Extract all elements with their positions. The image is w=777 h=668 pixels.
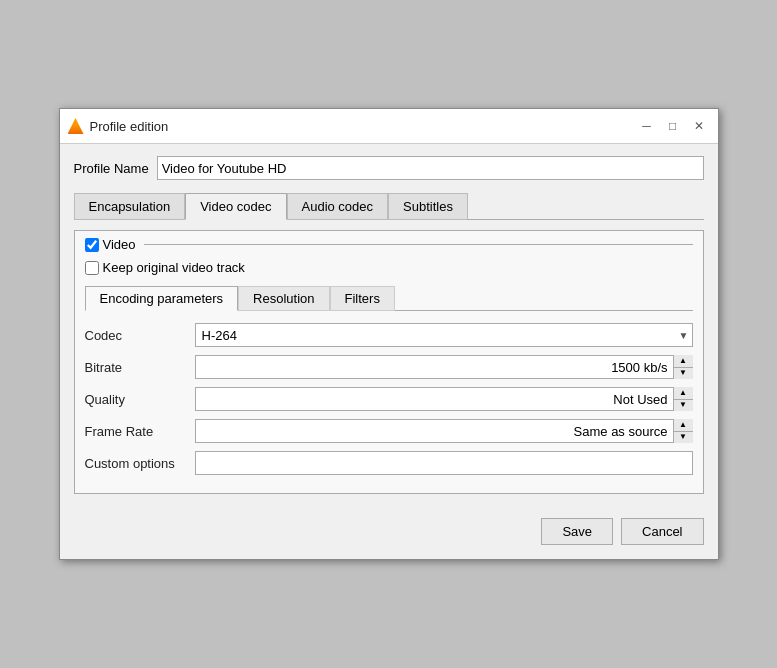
keep-track-checkbox[interactable] [85,261,99,275]
title-bar-controls: ─ □ ✕ [636,115,710,137]
video-section-header: Video [85,237,693,252]
quality-wrapper: ▲ ▼ [195,387,693,411]
custom-options-row: Custom options [85,451,693,475]
profile-name-row: Profile Name [74,156,704,180]
bitrate-down-button[interactable]: ▼ [674,368,693,380]
tab-subtitles[interactable]: Subtitles [388,193,468,220]
sub-tab-resolution[interactable]: Resolution [238,286,329,311]
framerate-down-button[interactable]: ▼ [674,432,693,444]
codec-select[interactable]: H-264 H-265 MPEG-4 MPEG-2 VP9 VP8 [195,323,693,347]
tab-encapsulation[interactable]: Encapsulation [74,193,186,220]
quality-up-button[interactable]: ▲ [674,387,693,400]
custom-options-label: Custom options [85,456,195,471]
vlc-icon [68,118,84,134]
profile-name-input[interactable] [157,156,704,180]
quality-spinbox-btns: ▲ ▼ [673,387,693,411]
framerate-label: Frame Rate [85,424,195,439]
bitrate-wrapper: ▲ ▼ [195,355,693,379]
codec-row: Codec H-264 H-265 MPEG-4 MPEG-2 VP9 VP8 … [85,323,693,347]
minimize-button[interactable]: ─ [636,115,658,137]
video-section: Video Keep original video track Encoding… [74,230,704,494]
close-button[interactable]: ✕ [688,115,710,137]
bitrate-row: Bitrate ▲ ▼ [85,355,693,379]
sub-tab-encoding[interactable]: Encoding parameters [85,286,239,311]
bitrate-spinbox-btns: ▲ ▼ [673,355,693,379]
main-tabs: Encapsulation Video codec Audio codec Su… [74,192,704,220]
custom-options-input[interactable] [195,451,693,475]
title-bar: Profile edition ─ □ ✕ [60,109,718,144]
framerate-wrapper: ▲ ▼ [195,419,693,443]
video-checkbox[interactable] [85,238,99,252]
sub-tab-filters[interactable]: Filters [330,286,395,311]
framerate-row: Frame Rate ▲ ▼ [85,419,693,443]
dialog-body: Profile Name Encapsulation Video codec A… [60,144,718,508]
framerate-up-button[interactable]: ▲ [674,419,693,432]
custom-options-wrapper [195,451,693,475]
framerate-input[interactable] [195,419,693,443]
section-divider [144,244,693,245]
sub-tabs: Encoding parameters Resolution Filters [85,285,693,311]
save-button[interactable]: Save [541,518,613,545]
tab-video-codec[interactable]: Video codec [185,193,286,220]
codec-wrapper: H-264 H-265 MPEG-4 MPEG-2 VP9 VP8 ▼ [195,323,693,347]
quality-row: Quality ▲ ▼ [85,387,693,411]
bitrate-up-button[interactable]: ▲ [674,355,693,368]
keep-track-label: Keep original video track [103,260,245,275]
quality-down-button[interactable]: ▼ [674,400,693,412]
dialog-footer: Save Cancel [60,508,718,559]
bitrate-input[interactable] [195,355,693,379]
keep-track-row: Keep original video track [85,260,693,275]
video-label: Video [103,237,136,252]
dialog-title: Profile edition [90,119,169,134]
quality-label: Quality [85,392,195,407]
cancel-button[interactable]: Cancel [621,518,703,545]
tab-audio-codec[interactable]: Audio codec [287,193,389,220]
profile-edition-dialog: Profile edition ─ □ ✕ Profile Name Encap… [59,108,719,560]
quality-input[interactable] [195,387,693,411]
bitrate-label: Bitrate [85,360,195,375]
title-bar-left: Profile edition [68,118,169,134]
profile-name-label: Profile Name [74,161,149,176]
framerate-spinbox-btns: ▲ ▼ [673,419,693,443]
maximize-button[interactable]: □ [662,115,684,137]
codec-label: Codec [85,328,195,343]
